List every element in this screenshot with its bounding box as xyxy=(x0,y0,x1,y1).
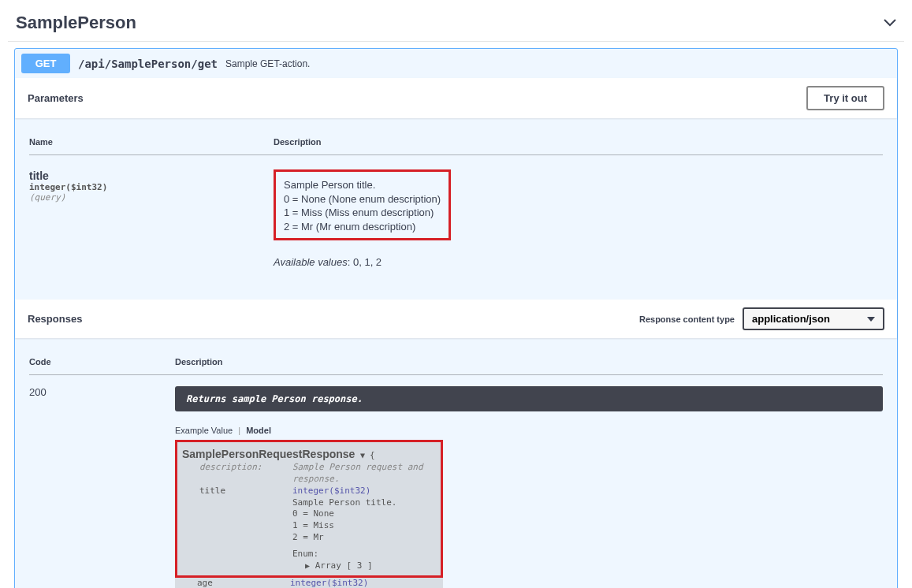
chevron-down-icon[interactable]: ▼ xyxy=(360,451,370,460)
content-type-group: Response content type application/json xyxy=(639,307,884,330)
tab-example-value[interactable]: Example Value xyxy=(175,426,233,435)
desc-line: 0 = None (None enum description) xyxy=(284,192,441,207)
parameters-header: Parameters Try it out xyxy=(15,78,897,118)
model-prop-line: 2 = Mr xyxy=(292,532,434,544)
model-prop-line: 1 = Miss xyxy=(292,520,434,532)
responses-header: Responses Response content type applicat… xyxy=(15,300,897,338)
model-prop-name: title xyxy=(199,486,292,497)
param-name: title xyxy=(29,169,274,182)
http-method-badge: GET xyxy=(21,54,70,73)
available-values: Available values: 0, 1, 2 xyxy=(274,256,883,268)
param-header-description: Description xyxy=(274,131,883,155)
model-prop-type: integer($int32) xyxy=(292,486,434,497)
model-prop-line: Sample Person title. xyxy=(292,497,434,509)
model-description-value: Sample Person request and response. xyxy=(292,462,434,486)
tag-header[interactable]: SamplePerson xyxy=(8,8,904,42)
parameters-table: Name Description title integer($int32) (… xyxy=(29,131,883,268)
chevron-right-icon: ▶ xyxy=(305,561,310,570)
model-prop-line: 0 = None xyxy=(292,508,434,520)
tab-model[interactable]: Model xyxy=(246,426,271,435)
try-it-out-button[interactable]: Try it out xyxy=(806,86,884,110)
parameters-title: Parameters xyxy=(28,92,84,104)
parameter-row: title integer($int32) (query) Sample Per… xyxy=(29,155,883,269)
model-highlight-region: SamplePersonRequestResponse ▼ { descript… xyxy=(175,440,443,577)
schema-tabs: Example Value | Model xyxy=(175,426,883,435)
responses-body: Code Description 200 Returns sample Pers… xyxy=(15,338,897,588)
responses-table: Code Description 200 Returns sample Pers… xyxy=(29,351,883,588)
resp-header-code: Code xyxy=(29,351,175,375)
param-description-highlight: Sample Person title. 0 = None (None enum… xyxy=(274,169,451,240)
operation-block: GET /api/SamplePerson/get Sample GET-act… xyxy=(14,48,898,588)
response-description: Returns sample Person response. xyxy=(175,386,883,411)
model-prop-type: integer($int32) xyxy=(290,578,437,588)
operation-summary-text: Sample GET-action. xyxy=(225,58,310,69)
operation-summary[interactable]: GET /api/SamplePerson/get Sample GET-act… xyxy=(15,49,897,78)
desc-line: Sample Person title. xyxy=(284,178,441,192)
model-schema: SamplePersonRequestResponse ▼ { descript… xyxy=(175,440,443,588)
parameters-body: Name Description title integer($int32) (… xyxy=(15,118,897,300)
tag-name: SamplePerson xyxy=(16,13,136,33)
model-description-label: description: xyxy=(199,462,292,486)
desc-line: 1 = Miss (Miss enum description) xyxy=(284,206,441,220)
response-row: 200 Returns sample Person response. Exam… xyxy=(29,375,883,588)
content-type-label: Response content type xyxy=(639,314,735,324)
model-prop-name: age xyxy=(197,578,290,588)
param-location: (query) xyxy=(29,192,274,203)
operation-path: /api/SamplePerson/get xyxy=(78,58,218,70)
response-code: 200 xyxy=(29,375,175,588)
open-brace: { xyxy=(370,450,375,460)
desc-line: 2 = Mr (Mr enum description) xyxy=(284,220,441,234)
available-values-list: : 0, 1, 2 xyxy=(348,256,382,268)
enum-array[interactable]: ▶ Array [ 3 ] xyxy=(182,560,434,572)
tag-section: SamplePerson GET /api/SamplePerson/get S… xyxy=(8,8,904,588)
param-header-name: Name xyxy=(29,131,274,155)
param-type: integer($int32) xyxy=(29,182,274,192)
content-type-select[interactable]: application/json xyxy=(743,307,884,330)
chevron-down-icon xyxy=(884,16,896,30)
resp-header-description: Description xyxy=(175,351,883,375)
enum-label: Enum: xyxy=(182,549,434,560)
available-label: Available values xyxy=(274,256,348,268)
model-name: SamplePersonRequestResponse xyxy=(182,448,355,460)
responses-title: Responses xyxy=(28,313,82,325)
